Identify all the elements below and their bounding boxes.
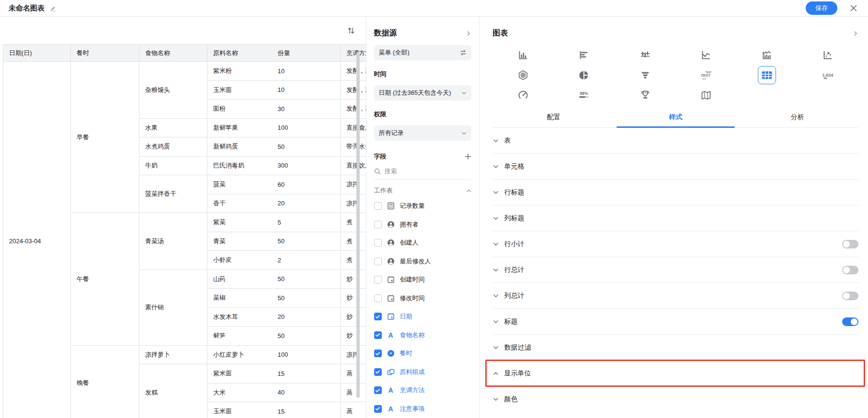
field-item[interactable]: 记录数量 (374, 197, 471, 215)
field-item[interactable]: 修改时间 (374, 289, 471, 308)
chevron-right-icon[interactable] (853, 31, 858, 36)
permission-label: 权限 (374, 110, 471, 119)
tab-配置[interactable]: 配置 (493, 113, 615, 127)
method-cell: 发酵，蒸 (341, 80, 366, 100)
add-field-icon[interactable] (465, 153, 471, 160)
close-icon[interactable] (850, 4, 857, 12)
chevron-right-icon[interactable] (466, 31, 471, 36)
datasource-select-value: 菜单 (全部) (379, 48, 410, 57)
qty-cell: 2 (272, 251, 341, 270)
ranking-card-icon[interactable] (636, 86, 654, 104)
chevron-down-icon (493, 138, 499, 144)
worksheet-header[interactable]: 工作表 (374, 186, 471, 195)
scatter-chart-icon[interactable] (819, 46, 837, 64)
chevron-down-icon (493, 190, 499, 195)
field-item[interactable]: 拥有者 (374, 215, 471, 234)
funnel-chart-icon[interactable] (636, 66, 654, 84)
column-chart-icon[interactable] (514, 46, 532, 64)
section-标题[interactable]: 标题 (493, 309, 859, 335)
tab-样式[interactable]: 样式 (615, 113, 737, 127)
section-列标题[interactable]: 列标题 (493, 205, 859, 231)
table-chart-icon[interactable] (758, 66, 776, 84)
number-card-icon[interactable]: 1,024 (819, 66, 837, 84)
section-颜色[interactable]: 颜色 (493, 386, 859, 412)
section-toggle[interactable] (842, 266, 858, 274)
section-toggle[interactable] (842, 292, 858, 300)
datasource-title: 数据源 (374, 28, 397, 38)
section-label: 列标题 (504, 214, 859, 223)
section-label: 颜色 (504, 395, 859, 404)
save-button[interactable]: 保存 (806, 1, 837, 15)
permission-select[interactable]: 所有记录 (374, 125, 471, 141)
section-显示单位[interactable]: 显示单位 (493, 361, 859, 386)
method-cell: 炒 (341, 327, 366, 346)
calendar-icon (387, 276, 395, 283)
tab-分析[interactable]: 分析 (737, 113, 859, 127)
field-item[interactable]: 创建时间 (374, 271, 471, 289)
field-checkbox[interactable] (374, 331, 382, 339)
field-checkbox[interactable] (374, 221, 382, 228)
waterfall-chart-icon[interactable] (636, 46, 654, 64)
field-item[interactable]: 餐时 (374, 344, 471, 363)
field-item[interactable]: 创建人 (374, 234, 471, 252)
chevron-down-icon (493, 293, 499, 299)
chart-title: 图表 (493, 28, 508, 38)
field-item[interactable]: A烹调方法 (374, 381, 471, 400)
menu-table: 日期(日)餐时食物名称原料名称份量烹调方法注意事项 2024-03-04早餐杂粮… (3, 44, 366, 418)
svg-text:text: text (702, 78, 706, 80)
search-input[interactable] (385, 168, 457, 175)
map-chart-icon[interactable] (697, 86, 715, 104)
bar-chart-icon[interactable] (575, 46, 593, 64)
column-header: 原料名称 (207, 45, 272, 62)
method-cell: 蒸 (341, 383, 366, 402)
qty-cell: 20 (272, 194, 341, 213)
field-checkbox[interactable] (374, 386, 382, 394)
field-label: 烹调方法 (400, 386, 425, 395)
section-toggle[interactable] (842, 317, 858, 326)
field-search[interactable] (374, 168, 471, 180)
table-scrollbar[interactable] (356, 52, 360, 398)
method-cell: 煮 (341, 232, 366, 251)
section-单元格[interactable]: 单元格 (493, 154, 859, 180)
section-行小计[interactable]: 行小计 (493, 231, 859, 257)
gauge-chart-icon[interactable] (514, 86, 532, 104)
section-行总计[interactable]: 行总计 (493, 257, 859, 283)
field-item[interactable]: 日期 (374, 307, 471, 326)
section-行标题[interactable]: 行标题 (493, 180, 859, 205)
combo-chart-icon[interactable] (758, 46, 776, 64)
field-checkbox[interactable] (374, 368, 382, 376)
section-toggle[interactable] (842, 240, 858, 249)
section-数据过滤[interactable]: 数据过滤 (493, 335, 859, 361)
field-item[interactable]: A食物名称 (374, 326, 471, 345)
field-item[interactable]: 原料组成 (374, 363, 471, 382)
style-sections: 表单元格行标题列标题行小计行总计列总计标题数据过滤显示单位颜色 (493, 128, 859, 412)
ingredient-cell: 巴氏消毒奶 (207, 156, 272, 175)
section-列总计[interactable]: 列总计 (493, 283, 859, 309)
ingredient-cell: 紫米粉 (207, 62, 272, 81)
field-checkbox[interactable] (374, 350, 382, 357)
method-cell: 发酵，蒸 (341, 100, 366, 119)
sort-icon[interactable] (347, 26, 355, 35)
field-checkbox[interactable] (374, 294, 382, 302)
section-表[interactable]: 表 (493, 128, 859, 154)
qty-cell: 100 (272, 118, 341, 137)
field-checkbox[interactable] (374, 202, 382, 210)
method-cell: 发酵，蒸 (341, 62, 366, 81)
time-select[interactable]: 日期 (过去365天包含今天) (374, 85, 471, 101)
radar-chart-icon[interactable] (514, 66, 532, 84)
wordcloud-chart-icon[interactable]: TEXTTEXTtext (697, 66, 715, 84)
field-checkbox[interactable] (374, 276, 382, 283)
field-checkbox[interactable] (374, 405, 382, 413)
datasource-select[interactable]: 菜单 (全部) (374, 45, 471, 60)
field-checkbox[interactable] (374, 313, 382, 320)
progress-card-icon[interactable]: 88% (575, 86, 593, 104)
pie-chart-icon[interactable] (575, 66, 593, 84)
field-item[interactable]: 最后修改人 (374, 252, 471, 271)
edit-title-icon[interactable] (49, 5, 57, 12)
field-checkbox[interactable] (374, 258, 382, 265)
field-checkbox[interactable] (374, 239, 382, 247)
line-chart-icon[interactable] (697, 46, 715, 64)
chevron-down-icon (461, 131, 467, 136)
field-item[interactable]: A注意事项 (374, 400, 471, 418)
field-label: 原料组成 (400, 368, 425, 376)
